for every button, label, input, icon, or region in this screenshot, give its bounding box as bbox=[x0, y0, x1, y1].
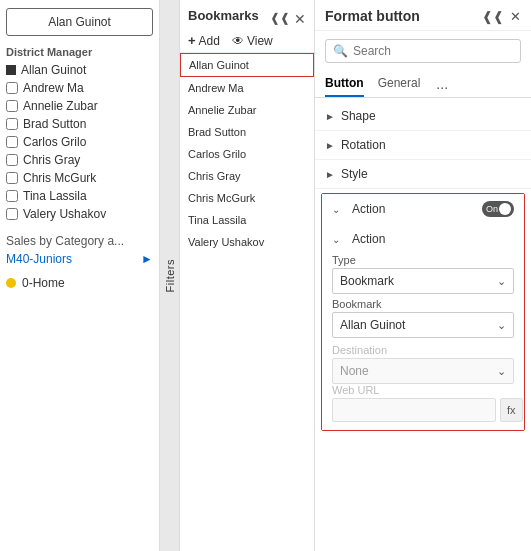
tab-button[interactable]: Button bbox=[325, 71, 364, 97]
destination-field-label: Destination bbox=[332, 344, 514, 356]
header-icons: ❰❰ ✕ bbox=[482, 9, 521, 24]
checkbox-chrism[interactable] bbox=[6, 172, 18, 184]
style-label: Style bbox=[341, 167, 368, 181]
filters-label: Filters bbox=[164, 259, 176, 292]
view-bookmark-button[interactable]: 👁 View bbox=[232, 33, 273, 48]
left-bottom: Sales by Category a... M40-Juniors ► 0-H… bbox=[6, 234, 153, 290]
bookmark-item-chrisgray[interactable]: Chris Gray bbox=[180, 165, 314, 187]
bookmark-item-valery[interactable]: Valery Ushakov bbox=[180, 231, 314, 253]
type-field-label: Type bbox=[332, 254, 514, 266]
bookmark-item-brad[interactable]: Brad Sutton bbox=[180, 121, 314, 143]
checkbox-carlos[interactable] bbox=[6, 136, 18, 148]
format-title: Format button bbox=[325, 8, 420, 24]
bookmarks-content: Bookmarks ❰❰ ✕ + Add 👁 View Allan Guinot… bbox=[180, 0, 314, 551]
sub-action-chevron-icon: ⌄ bbox=[332, 234, 340, 245]
add-bookmark-button[interactable]: + Add bbox=[188, 33, 220, 48]
destination-dropdown[interactable]: None ⌄ bbox=[332, 358, 514, 384]
list-item[interactable]: Brad Sutton bbox=[6, 116, 153, 132]
destination-value: None bbox=[340, 364, 369, 378]
bookmark-item-carlos[interactable]: Carlos Grilo bbox=[180, 143, 314, 165]
filters-tab[interactable]: Filters bbox=[160, 0, 180, 551]
action-toggle[interactable]: On bbox=[482, 201, 514, 217]
weburl-input[interactable] bbox=[332, 398, 496, 422]
list-item[interactable]: Valery Ushakov bbox=[6, 206, 153, 222]
list-item[interactable]: Allan Guinot bbox=[6, 62, 153, 78]
checkbox-andrew[interactable] bbox=[6, 82, 18, 94]
toggle-knob bbox=[499, 203, 511, 215]
action-body: ⌄ Action Type Bookmark ⌄ Bookmark Allan … bbox=[322, 224, 524, 430]
bookmark-field-label: Bookmark bbox=[332, 298, 514, 310]
rotation-chevron-icon: ► bbox=[325, 140, 335, 151]
type-dropdown-arrow-icon: ⌄ bbox=[497, 275, 506, 288]
search-input[interactable] bbox=[353, 44, 513, 58]
shape-chevron-icon: ► bbox=[325, 111, 335, 122]
chevron-right-icon: ► bbox=[141, 252, 153, 266]
bookmark-value: Allan Guinot bbox=[340, 318, 405, 332]
view-icon: 👁 bbox=[232, 34, 244, 48]
bookmarks-actions: + Add 👁 View bbox=[188, 33, 306, 48]
rotation-section[interactable]: ► Rotation bbox=[315, 131, 531, 160]
list-item[interactable]: Chris Gray bbox=[6, 152, 153, 168]
action-left: ⌄ Action bbox=[332, 202, 385, 216]
bookmark-item-andrew[interactable]: Andrew Ma bbox=[180, 77, 314, 99]
shape-label: Shape bbox=[341, 109, 376, 123]
bookmarks-header: Bookmarks ❰❰ ✕ + Add 👁 View bbox=[180, 0, 314, 53]
chevron-left-icon[interactable]: ❰❰ bbox=[270, 11, 290, 27]
fx-button[interactable]: fx bbox=[500, 398, 523, 422]
type-dropdown[interactable]: Bookmark ⌄ bbox=[332, 268, 514, 294]
tabs-row: Button General ... bbox=[315, 71, 531, 98]
home-label: 0-Home bbox=[22, 276, 65, 290]
shape-section[interactable]: ► Shape bbox=[315, 102, 531, 131]
bookmarks-panel: Filters Bookmarks ❰❰ ✕ + Add 👁 View bbox=[160, 0, 315, 551]
m40-row[interactable]: M40-Juniors ► bbox=[6, 252, 153, 266]
home-row: 0-Home bbox=[6, 276, 153, 290]
view-label: View bbox=[247, 34, 273, 48]
weburl-input-row: fx bbox=[332, 398, 514, 422]
add-icon: + bbox=[188, 33, 196, 48]
format-header: Format button ❰❰ ✕ bbox=[315, 0, 531, 31]
list-item[interactable]: Carlos Grilo bbox=[6, 134, 153, 150]
checkbox-chrisg[interactable] bbox=[6, 154, 18, 166]
type-value: Bookmark bbox=[340, 274, 394, 288]
bookmarks-nav: ❰❰ ✕ bbox=[270, 11, 306, 27]
action-label: Action bbox=[352, 202, 385, 216]
bookmark-item-annelie[interactable]: Annelie Zubar bbox=[180, 99, 314, 121]
rotation-label: Rotation bbox=[341, 138, 386, 152]
bookmark-dropdown[interactable]: Allan Guinot ⌄ bbox=[332, 312, 514, 338]
checkbox-brad[interactable] bbox=[6, 118, 18, 130]
checkbox-annelie[interactable] bbox=[6, 100, 18, 112]
sections: ► Shape ► Rotation ► Style ⌄ Action On bbox=[315, 98, 531, 551]
sales-label: Sales by Category a... bbox=[6, 234, 153, 248]
action-chevron-icon: ⌄ bbox=[332, 204, 340, 215]
bookmark-item-allan[interactable]: Allan Guinot bbox=[180, 53, 314, 77]
list-item[interactable]: Annelie Zubar bbox=[6, 98, 153, 114]
filled-square-icon bbox=[6, 65, 16, 75]
bookmark-list: Allan Guinot Andrew Ma Annelie Zubar Bra… bbox=[180, 53, 314, 551]
district-manager-title: District Manager bbox=[6, 46, 153, 58]
sub-action-row[interactable]: ⌄ Action bbox=[332, 228, 514, 250]
list-item[interactable]: Andrew Ma bbox=[6, 80, 153, 96]
tab-more-button[interactable]: ... bbox=[436, 76, 448, 92]
checkbox-valery[interactable] bbox=[6, 208, 18, 220]
action-section: ⌄ Action On ⌄ Action Type Bookmark bbox=[321, 193, 525, 431]
close-panel-icon[interactable]: ✕ bbox=[510, 9, 521, 24]
bookmark-dropdown-arrow-icon: ⌄ bbox=[497, 319, 506, 332]
style-section[interactable]: ► Style bbox=[315, 160, 531, 189]
search-icon: 🔍 bbox=[333, 44, 348, 58]
checkbox-tina[interactable] bbox=[6, 190, 18, 202]
bookmark-item-chrismcgurk[interactable]: Chris McGurk bbox=[180, 187, 314, 209]
expand-icon[interactable]: ❰❰ bbox=[482, 9, 504, 24]
list-item[interactable]: Chris McGurk bbox=[6, 170, 153, 186]
action-header[interactable]: ⌄ Action On bbox=[322, 194, 524, 224]
right-panel: Format button ❰❰ ✕ 🔍 Button General ... … bbox=[315, 0, 531, 551]
weburl-field-label: Web URL bbox=[332, 384, 514, 396]
close-icon[interactable]: ✕ bbox=[294, 11, 306, 27]
tab-general[interactable]: General bbox=[378, 71, 421, 97]
list-item[interactable]: Tina Lassila bbox=[6, 188, 153, 204]
alan-guinot-button[interactable]: Alan Guinot bbox=[6, 8, 153, 36]
bookmark-item-tina[interactable]: Tina Lassila bbox=[180, 209, 314, 231]
style-chevron-icon: ► bbox=[325, 169, 335, 180]
m40-label: M40-Juniors bbox=[6, 252, 72, 266]
district-manager-list: Allan Guinot Andrew Ma Annelie Zubar Bra… bbox=[6, 62, 153, 222]
search-box[interactable]: 🔍 bbox=[325, 39, 521, 63]
